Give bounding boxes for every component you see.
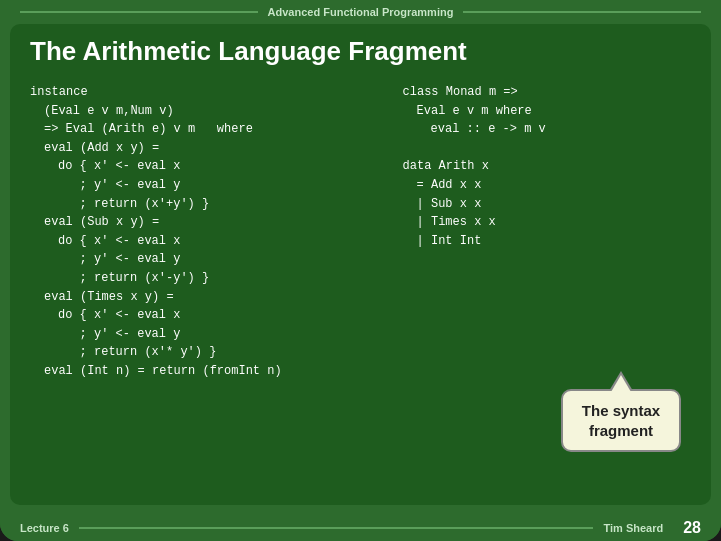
code-line-6: ; y' <- eval y: [58, 176, 383, 195]
top-bar-line-left: [20, 11, 258, 13]
top-bar-line-right: [463, 11, 701, 13]
code-line-4: eval (Add x y) =: [44, 139, 383, 158]
code-line-10: ; y' <- eval y: [58, 250, 383, 269]
code-line-14: ; y' <- eval y: [58, 325, 383, 344]
rcode-line-4: [403, 139, 691, 158]
rcode-line-5: data Arith x: [403, 157, 691, 176]
right-column: class Monad m => Eval e v m where eval :…: [403, 83, 691, 482]
content-area: instance (Eval e v m,Num v) => Eval (Ari…: [30, 83, 691, 482]
code-line-5: do { x' <- eval x: [58, 157, 383, 176]
left-code-block: instance (Eval e v m,Num v) => Eval (Ari…: [30, 83, 383, 381]
code-line-12: eval (Times x y) =: [44, 288, 383, 307]
code-line-2: (Eval e v m,Num v): [44, 102, 383, 121]
code-line-11: ; return (x'-y') }: [58, 269, 383, 288]
code-line-13: do { x' <- eval x: [58, 306, 383, 325]
bottom-left-label: Lecture 6: [20, 522, 69, 534]
code-line-3: => Eval (Arith e) v m where: [44, 120, 383, 139]
code-line-7: ; return (x'+y') }: [58, 195, 383, 214]
code-line-16: eval (Int n) = return (fromInt n): [44, 362, 383, 381]
rcode-line-9: | Int Int: [417, 232, 691, 251]
right-code-block: class Monad m => Eval e v m where eval :…: [403, 83, 691, 250]
top-bar-label: Advanced Functional Programming: [258, 6, 464, 18]
main-content: The Arithmetic Language Fragment instanc…: [10, 24, 711, 505]
rcode-line-3: eval :: e -> m v: [431, 120, 691, 139]
code-line-8: eval (Sub x y) =: [44, 213, 383, 232]
slide-title: The Arithmetic Language Fragment: [30, 36, 691, 67]
top-bar: Advanced Functional Programming: [0, 0, 721, 24]
code-line-15: ; return (x'* y') }: [58, 343, 383, 362]
code-line-1: instance: [30, 83, 383, 102]
rcode-line-6: = Add x x: [417, 176, 691, 195]
code-line-9: do { x' <- eval x: [58, 232, 383, 251]
slide: Advanced Functional Programming The Arit…: [0, 0, 721, 541]
rcode-line-2: Eval e v m where: [417, 102, 691, 121]
page-number: 28: [683, 519, 701, 537]
callout-text: The syntax fragment: [582, 402, 660, 439]
bottom-right-label: Tim Sheard: [603, 522, 663, 534]
rcode-line-7: | Sub x x: [417, 195, 691, 214]
bottom-bar: Lecture 6 Tim Sheard 28: [0, 515, 721, 541]
callout-bubble: The syntax fragment: [561, 389, 681, 452]
rcode-line-8: | Times x x: [417, 213, 691, 232]
bottom-line: [79, 527, 594, 529]
rcode-line-1: class Monad m =>: [403, 83, 691, 102]
left-column: instance (Eval e v m,Num v) => Eval (Ari…: [30, 83, 383, 482]
